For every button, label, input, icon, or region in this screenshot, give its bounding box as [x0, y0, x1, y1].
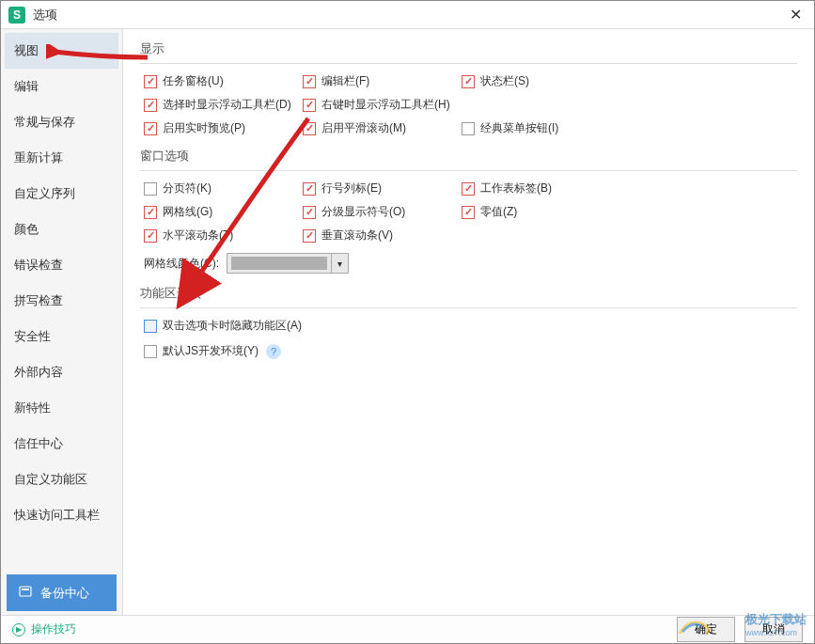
sidebar-item-4[interactable]: 自定义序列	[5, 176, 118, 212]
window-checkbox-0[interactable]: 分页符(K)	[144, 181, 299, 196]
close-icon[interactable]: ✕	[784, 4, 807, 26]
checkbox-label: 水平滚动条(T)	[163, 228, 233, 243]
checkbox-label: 启用实时预览(P)	[163, 120, 245, 136]
footer: ▶ 操作技巧 确定 取消	[1, 615, 814, 643]
grid-color-label: 网格线颜色(C):	[144, 256, 219, 272]
checkbox-box	[144, 320, 157, 333]
window-section-title: 窗口选项	[140, 148, 797, 171]
checkbox-label: 分级显示符号(O)	[321, 204, 405, 220]
window-checkbox-3[interactable]: 网格线(G)	[144, 204, 299, 220]
window-checkbox-4[interactable]: 分级显示符号(O)	[303, 204, 458, 220]
sidebar-item-12[interactable]: 自定义功能区	[5, 462, 118, 497]
cancel-button[interactable]: 取消	[744, 617, 803, 642]
main-panel: 显示 任务窗格(U)编辑栏(F)状态栏(S)选择时显示浮动工具栏(D)右键时显示…	[123, 29, 814, 617]
checkbox-box	[144, 75, 157, 88]
checkbox-box	[144, 206, 157, 219]
checkbox-label: 编辑栏(F)	[321, 73, 369, 89]
sidebar-item-8[interactable]: 安全性	[5, 319, 118, 354]
sidebar-item-5[interactable]: 颜色	[5, 212, 118, 247]
checkbox-label: 任务窗格(U)	[163, 73, 224, 89]
play-icon: ▶	[12, 623, 25, 636]
sidebar-item-9[interactable]: 外部内容	[5, 354, 118, 390]
checkbox-box	[303, 206, 316, 219]
checkbox-label: 右键时显示浮动工具栏(H)	[321, 97, 450, 113]
window-section: 窗口选项 分页符(K)行号列标(E)工作表标签(B)网格线(G)分级显示符号(O…	[140, 148, 797, 274]
chevron-down-icon: ▾	[331, 254, 348, 273]
backup-icon	[18, 584, 33, 602]
window-title: 选项	[33, 7, 784, 24]
checkbox-label: 启用平滑滚动(M)	[321, 120, 406, 136]
display-checkbox-3[interactable]: 选择时显示浮动工具栏(D)	[144, 97, 299, 113]
tips-link[interactable]: ▶ 操作技巧	[12, 621, 76, 637]
window-checkbox-grid: 分页符(K)行号列标(E)工作表标签(B)网格线(G)分级显示符号(O)零值(Z…	[140, 181, 797, 243]
app-icon: S	[8, 7, 25, 24]
ribbon-checkbox-1[interactable]: 默认JS开发环境(Y)?	[144, 343, 797, 359]
display-checkbox-2[interactable]: 状态栏(S)	[462, 73, 617, 89]
titlebar: S 选项 ✕	[1, 1, 814, 29]
checkbox-box	[303, 182, 316, 196]
window-checkbox-1[interactable]: 行号列标(E)	[303, 181, 458, 196]
svg-rect-1	[22, 589, 29, 590]
help-icon[interactable]: ?	[266, 344, 281, 359]
checkbox-label: 双击选项卡时隐藏功能区(A)	[163, 318, 302, 334]
checkbox-box	[144, 122, 157, 135]
checkbox-label: 状态栏(S)	[480, 73, 529, 89]
color-swatch	[231, 257, 327, 270]
ribbon-checkbox-list: 双击选项卡时隐藏功能区(A)默认JS开发环境(Y)?	[140, 318, 797, 359]
checkbox-box	[462, 206, 475, 219]
backup-center-button[interactable]: 备份中心	[7, 574, 117, 611]
checkbox-label: 垂直滚动条(V)	[321, 228, 393, 243]
checkbox-box	[462, 75, 475, 88]
checkbox-box	[303, 75, 316, 88]
sidebar-item-10[interactable]: 新特性	[5, 390, 118, 426]
grid-color-select[interactable]: ▾	[227, 253, 349, 274]
checkbox-box	[303, 229, 316, 243]
display-checkbox-6[interactable]: 启用实时预览(P)	[144, 120, 299, 136]
ribbon-checkbox-0[interactable]: 双击选项卡时隐藏功能区(A)	[144, 318, 797, 334]
sidebar-item-1[interactable]: 编辑	[5, 69, 118, 104]
window-checkbox-6[interactable]: 水平滚动条(T)	[144, 228, 299, 243]
grid-color-row: 网格线颜色(C): ▾	[140, 253, 797, 274]
checkbox-label: 行号列标(E)	[321, 181, 382, 196]
checkbox-label: 工作表标签(B)	[480, 181, 552, 196]
checkbox-label: 网格线(G)	[163, 204, 212, 220]
ok-button[interactable]: 确定	[677, 617, 735, 642]
sidebar-item-13[interactable]: 快速访问工具栏	[5, 497, 118, 533]
sidebar-item-3[interactable]: 重新计算	[5, 140, 118, 176]
display-checkbox-grid: 任务窗格(U)编辑栏(F)状态栏(S)选择时显示浮动工具栏(D)右键时显示浮动工…	[140, 73, 797, 136]
window-checkbox-5[interactable]: 零值(Z)	[462, 204, 617, 220]
checkbox-box	[303, 99, 316, 112]
display-checkbox-4[interactable]: 右键时显示浮动工具栏(H)	[303, 97, 458, 113]
display-checkbox-0[interactable]: 任务窗格(U)	[144, 73, 299, 89]
backup-label: 备份中心	[40, 585, 89, 602]
sidebar: 视图编辑常规与保存重新计算自定义序列颜色错误检查拼写检查安全性外部内容新特性信任…	[1, 29, 123, 617]
display-checkbox-7[interactable]: 启用平滑滚动(M)	[303, 120, 458, 136]
checkbox-label: 默认JS开发环境(Y)	[163, 343, 259, 359]
checkbox-box	[144, 182, 157, 196]
checkbox-box	[462, 182, 475, 196]
sidebar-item-2[interactable]: 常规与保存	[5, 104, 118, 140]
display-section: 显示 任务窗格(U)编辑栏(F)状态栏(S)选择时显示浮动工具栏(D)右键时显示…	[140, 40, 797, 136]
sidebar-item-6[interactable]: 错误检查	[5, 247, 118, 283]
checkbox-box	[303, 122, 316, 135]
checkbox-box	[144, 345, 157, 358]
window-checkbox-7[interactable]: 垂直滚动条(V)	[303, 228, 458, 243]
window-checkbox-2[interactable]: 工作表标签(B)	[462, 181, 617, 196]
sidebar-items: 视图编辑常规与保存重新计算自定义序列颜色错误检查拼写检查安全性外部内容新特性信任…	[1, 29, 122, 569]
checkbox-label: 经典菜单按钮(I)	[480, 120, 558, 136]
sidebar-item-7[interactable]: 拼写检查	[5, 283, 118, 319]
display-checkbox-1[interactable]: 编辑栏(F)	[303, 73, 458, 89]
checkbox-box	[144, 99, 157, 112]
checkbox-box	[462, 122, 475, 135]
checkbox-label: 选择时显示浮动工具栏(D)	[163, 97, 291, 113]
display-checkbox-8[interactable]: 经典菜单按钮(I)	[462, 120, 617, 136]
svg-rect-0	[20, 587, 31, 596]
checkbox-box	[144, 229, 157, 243]
sidebar-item-0[interactable]: 视图	[5, 33, 118, 69]
tips-label: 操作技巧	[31, 621, 76, 637]
checkbox-label: 分页符(K)	[163, 181, 212, 196]
display-section-title: 显示	[140, 40, 797, 64]
ribbon-section-title: 功能区选项	[140, 285, 797, 308]
main-container: 视图编辑常规与保存重新计算自定义序列颜色错误检查拼写检查安全性外部内容新特性信任…	[1, 29, 814, 617]
sidebar-item-11[interactable]: 信任中心	[5, 426, 118, 462]
